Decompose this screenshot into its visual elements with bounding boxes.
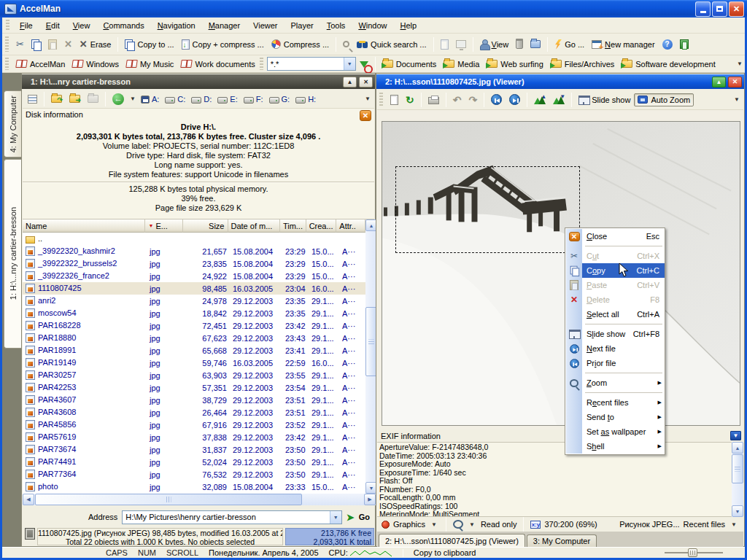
column-header-ext[interactable]: ▼E... bbox=[145, 219, 183, 233]
menu-item[interactable]: Window bbox=[352, 19, 393, 32]
selection-marquee[interactable] bbox=[395, 166, 580, 253]
menu-item-slide-show[interactable]: Slide show Ctrl+F8 bbox=[565, 327, 665, 341]
go-button[interactable]: Go ... bbox=[551, 37, 588, 52]
vertical-tab-current[interactable]: 1: H:\...nry cartier-bresson bbox=[4, 159, 21, 349]
menu-item[interactable]: Help bbox=[394, 19, 424, 32]
folder-up-button[interactable]: ↷ bbox=[47, 93, 66, 105]
filter-combo[interactable]: *.* ▼ bbox=[267, 57, 356, 71]
table-row[interactable]: _39922326_france2 jpg 24,922 15.08.2004 … bbox=[23, 270, 365, 282]
table-row[interactable]: PAR18880 jpg 67,623 29.12.2003 23:43 29.… bbox=[23, 332, 365, 344]
menu-item[interactable]: File bbox=[13, 19, 39, 32]
table-row[interactable]: PAR42253 jpg 57,351 29.12.2003 23:54 29.… bbox=[23, 381, 365, 394]
table-row[interactable]: .. bbox=[23, 233, 365, 245]
menu-item[interactable]: Commands bbox=[96, 19, 150, 32]
table-row[interactable]: _39922322_brussels2 jpg 23,835 15.08.200… bbox=[23, 257, 365, 270]
drives-overflow-button[interactable]: ▼ bbox=[363, 96, 373, 102]
menu-item[interactable]: Player bbox=[285, 19, 320, 32]
menu-item-shell[interactable]: Shell ▶ bbox=[565, 439, 665, 454]
compress-button[interactable]: Compress ... bbox=[268, 37, 333, 51]
table-row[interactable]: photo jpg 32,089 15.08.2004 23:33 15.0..… bbox=[23, 481, 365, 493]
viewer-maximize-button[interactable]: ▲ bbox=[712, 77, 726, 88]
column-header-name[interactable]: Name bbox=[23, 219, 145, 233]
table-row[interactable]: PAR43608 jpg 26,464 29.12.2003 23:51 29.… bbox=[23, 406, 365, 419]
menu-item-copy[interactable]: Copy Ctrl+C bbox=[565, 263, 665, 278]
menu-item-prior-file[interactable]: Prior file bbox=[565, 356, 665, 370]
group-button[interactable]: Documents bbox=[379, 58, 441, 71]
recent-files-button[interactable]: Recent files bbox=[684, 520, 725, 529]
toolbar-grip[interactable] bbox=[6, 20, 9, 31]
view-mode-button[interactable] bbox=[24, 93, 41, 106]
left-pane-close-button[interactable]: ✕ bbox=[359, 77, 373, 88]
zoom-out-button[interactable]: ▼ bbox=[549, 93, 568, 106]
menu-item-close[interactable]: ✕ Close Esc bbox=[565, 229, 665, 244]
table-row[interactable]: anri2 jpg 24,978 29.12.2003 23:35 29.1..… bbox=[23, 295, 365, 307]
disk-info-close-button[interactable]: ✕ bbox=[360, 110, 371, 121]
menu-item-select-all[interactable]: Select all Ctrl+A bbox=[565, 307, 665, 322]
toolbar-grip[interactable] bbox=[5, 58, 9, 69]
exif-scrollbar[interactable]: ▲ ▼ bbox=[732, 442, 743, 517]
copy-to-button[interactable]: Copy to ... bbox=[121, 37, 177, 52]
file-info-button[interactable] bbox=[437, 37, 452, 52]
fullscreen-button[interactable] bbox=[452, 38, 470, 50]
table-row[interactable]: PAR45856 jpg 67,916 29.12.2003 23:52 29.… bbox=[23, 419, 365, 431]
slide-show-button[interactable]: Slide show bbox=[575, 93, 634, 106]
menu-item-cut[interactable]: ✂ Cut Ctrl+X bbox=[565, 249, 665, 263]
table-row[interactable]: moscow54 jpg 18,842 29.12.2003 23:35 29.… bbox=[23, 307, 365, 319]
help-button[interactable]: ? bbox=[659, 37, 676, 52]
table-row[interactable]: PAR43607 jpg 38,729 29.12.2003 23:51 29.… bbox=[23, 394, 365, 406]
menu-item-recent-files[interactable]: Recent files ▶ bbox=[565, 395, 665, 410]
viewer-titlebar[interactable]: 2: H:\...sson\1110807425.jpg (Viewer) ▲ … bbox=[376, 74, 744, 89]
archive-button[interactable] bbox=[512, 37, 527, 51]
minimize-button[interactable] bbox=[695, 1, 711, 17]
zoom-dropdown[interactable]: ▼ bbox=[467, 521, 477, 528]
rotate-right-button[interactable]: ↷ bbox=[465, 93, 481, 107]
new-manager-button[interactable]: New manager bbox=[588, 38, 659, 51]
exif-collapse-button[interactable]: ▼ bbox=[730, 431, 741, 440]
group-button[interactable]: Media bbox=[440, 58, 483, 71]
refresh-button[interactable]: ↻ bbox=[402, 93, 418, 107]
menu-item[interactable]: Tools bbox=[320, 19, 352, 32]
toolbar-grip[interactable] bbox=[379, 93, 383, 106]
drive-button[interactable]: D: bbox=[188, 94, 214, 104]
open-folder-button[interactable] bbox=[527, 38, 544, 50]
mode-dropdown[interactable]: ▼ bbox=[429, 521, 439, 528]
window-tab[interactable]: 3: My Computer bbox=[527, 534, 597, 547]
back-history-dropdown[interactable]: ▼ bbox=[128, 96, 138, 102]
viewer-toolbar-overflow[interactable]: ▼ bbox=[732, 96, 742, 103]
column-header-created[interactable]: Crea... bbox=[306, 219, 337, 233]
table-row[interactable]: PAR74491 jpg 52,024 29.12.2003 23:50 29.… bbox=[23, 456, 365, 468]
maximize-button[interactable] bbox=[712, 1, 727, 17]
view-button[interactable]: View bbox=[476, 37, 513, 51]
exit-button[interactable] bbox=[676, 37, 692, 51]
zoom-tool-icon[interactable] bbox=[453, 520, 463, 529]
menu-item-delete[interactable]: ✕ Delete F8 bbox=[565, 292, 665, 307]
group-button[interactable]: Files/Archives bbox=[547, 58, 618, 71]
menu-item[interactable]: Navigation bbox=[151, 19, 202, 32]
slider-thumb[interactable] bbox=[688, 548, 697, 557]
table-row[interactable]: PAR168228 jpg 72,451 29.12.2003 23:42 29… bbox=[23, 319, 365, 332]
favorite-button[interactable]: AccelMan bbox=[12, 58, 69, 71]
delete-button[interactable]: ✕ bbox=[61, 37, 76, 51]
window-titlebar[interactable]: AccelMan ✕ bbox=[0, 0, 747, 18]
drive-button[interactable]: G: bbox=[266, 94, 293, 104]
new-file-button[interactable] bbox=[387, 93, 402, 107]
table-row[interactable]: 1110807425 jpg 98,485 16.03.2005 23:04 1… bbox=[23, 282, 365, 295]
print-button[interactable] bbox=[425, 93, 443, 106]
window-tab[interactable]: 2: H:\...sson\1110807425.jpg (Viewer) bbox=[379, 534, 525, 547]
column-header-time[interactable]: Tim... bbox=[280, 219, 306, 233]
filter-dropdown-button[interactable]: ▼ bbox=[344, 58, 355, 70]
table-row[interactable]: PAR30257 jpg 63,903 29.12.2003 23:55 29.… bbox=[23, 369, 365, 381]
group-button[interactable]: Software development bbox=[618, 58, 719, 71]
menu-item[interactable]: Edit bbox=[39, 19, 66, 32]
mode-label[interactable]: Graphics bbox=[393, 520, 425, 529]
scroll-thumb[interactable] bbox=[35, 494, 302, 505]
table-row[interactable]: _39922320_kashmir2 jpg 21,657 15.08.2004… bbox=[23, 245, 365, 257]
favorite-button[interactable]: Work documents bbox=[177, 58, 258, 71]
drive-button[interactable]: C: bbox=[162, 94, 188, 104]
menu-item[interactable]: Manager bbox=[202, 19, 247, 32]
image-viewer[interactable] bbox=[377, 110, 743, 429]
file-list-hscrollbar[interactable]: ◀ ▶ bbox=[23, 494, 376, 505]
menu-item[interactable]: View bbox=[66, 19, 97, 32]
menu-item-next-file[interactable]: Next file bbox=[565, 341, 665, 356]
table-row[interactable]: PAR73674 jpg 31,837 29.12.2003 23:50 29.… bbox=[23, 443, 365, 456]
